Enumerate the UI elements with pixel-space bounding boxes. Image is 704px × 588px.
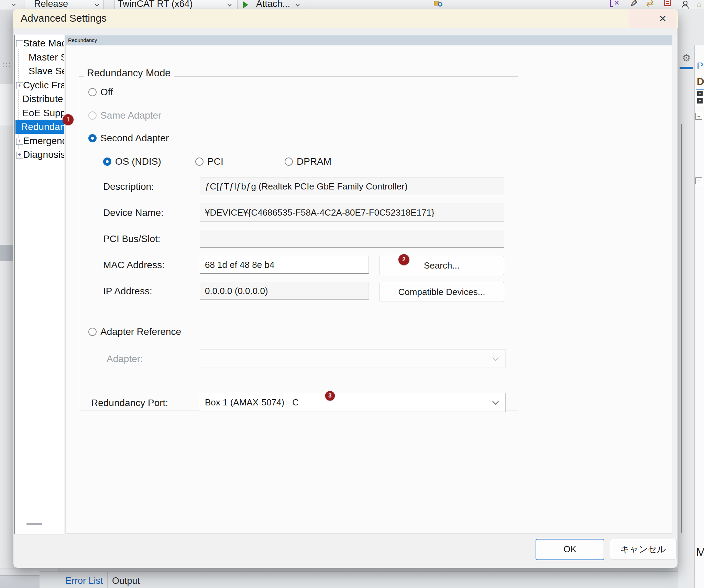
- annotation-badge-2: 2: [398, 254, 409, 265]
- bottom-dock-area: Error List Output: [0, 568, 678, 588]
- left-dock-strip: [0, 10, 13, 588]
- device-name-label: Device Name:: [103, 207, 164, 218]
- mac-address-label: MAC Address:: [103, 260, 165, 271]
- tab-output[interactable]: Output: [112, 576, 140, 586]
- expand-icon[interactable]: +: [16, 82, 23, 89]
- tree-item-diagnosis[interactable]: + Diagnosis: [15, 148, 64, 162]
- annotation-badge-3: 3: [325, 391, 335, 401]
- mac-address-input[interactable]: [200, 256, 368, 273]
- collapse-icon[interactable]: −: [16, 40, 23, 47]
- radio-off[interactable]: [88, 88, 97, 96]
- chevron-down-icon[interactable]: [492, 398, 498, 404]
- cancel-button[interactable]: キャンセル: [610, 539, 676, 559]
- left-dock-thumb[interactable]: [0, 245, 13, 261]
- radio-os-ndis-label[interactable]: OS (NDIS): [115, 156, 161, 167]
- radio-off-label[interactable]: Off: [100, 87, 113, 98]
- person-icon[interactable]: [681, 1, 688, 9]
- left-dock-band: [0, 126, 13, 245]
- tree-item-state-machine[interactable]: − State Mac: [15, 36, 64, 50]
- runtime-combo-value: TwinCAT RT (x64): [118, 0, 193, 9]
- configuration-combo[interactable]: Release: [24, 0, 104, 10]
- drag-grip-dots[interactable]: [3, 63, 12, 68]
- tree-item-eoe-support[interactable]: EoE Suppo: [15, 106, 64, 120]
- radio-same-adapter: [88, 111, 97, 120]
- adapter-label: Adapter:: [107, 353, 143, 364]
- chevron-down-icon[interactable]: [12, 2, 15, 6]
- compatible-devices-button[interactable]: Compatible Devices...: [379, 282, 504, 302]
- redundancy-port-combo[interactable]: Box 1 (AMAX-5074) - C: [200, 393, 506, 412]
- properties-object-name: D: [697, 76, 704, 87]
- properties-text-fragment: M: [696, 545, 704, 559]
- divider: [0, 571, 678, 571]
- radio-dpram[interactable]: [285, 157, 293, 166]
- home-icon[interactable]: ⌂: [696, 0, 702, 9]
- description-input[interactable]: [200, 178, 504, 195]
- ip-address-input[interactable]: [200, 282, 368, 300]
- tree-item-emergency[interactable]: + Emergenc: [15, 134, 64, 148]
- dialog-titlebar[interactable]: [13, 9, 678, 28]
- description-field[interactable]: [200, 177, 504, 195]
- radio-pci-label[interactable]: PCI: [207, 156, 223, 167]
- active-tool-accent-bar: [680, 67, 693, 69]
- close-button-hover-tint: [629, 9, 676, 28]
- redundancy-port-label: Redundancy Port:: [91, 398, 168, 409]
- categorize-icon[interactable]: +: [697, 91, 703, 96]
- radio-second-adapter[interactable]: [88, 134, 97, 142]
- stop-debug-x-icon[interactable]: ✕: [614, 0, 620, 7]
- alphabetical-icon[interactable]: +: [697, 98, 703, 104]
- swap-arrows-icon[interactable]: ⇄: [646, 0, 654, 9]
- properties-panel-sliver: Pr D + + − − M: [694, 45, 704, 588]
- runtime-combo[interactable]: TwinCAT RT (x64): [114, 0, 238, 10]
- device-name-field[interactable]: [200, 204, 504, 221]
- redundancy-tabstrip: Redundancy: [65, 35, 672, 45]
- tab-error-list[interactable]: Error List: [65, 576, 103, 586]
- radio-adapter-reference-label[interactable]: Adapter Reference: [100, 326, 181, 337]
- stop-debug-bracket-icon[interactable]: [610, 0, 613, 7]
- ok-button[interactable]: OK: [536, 539, 604, 560]
- attach-button[interactable]: Attach...: [256, 0, 290, 9]
- tree-item-master-settings[interactable]: Master S: [15, 51, 64, 64]
- collapse-category-icon[interactable]: −: [695, 113, 702, 120]
- radio-same-adapter-label: Same Adapter: [100, 110, 161, 121]
- expand-icon[interactable]: +: [16, 152, 23, 159]
- expand-icon[interactable]: +: [16, 138, 23, 145]
- search-button[interactable]: Search...: [379, 256, 504, 275]
- adapter-combo: [200, 349, 506, 368]
- pci-bus-slot-field[interactable]: [200, 230, 504, 248]
- pen-icon[interactable]: ✎: [628, 0, 639, 7]
- red-panel-icon[interactable]: [664, 0, 671, 6]
- close-icon[interactable]: ✕: [659, 13, 667, 24]
- pci-bus-slot-label: PCI Bus/Slot:: [103, 233, 161, 244]
- attach-play-icon[interactable]: [243, 1, 248, 9]
- redundancy-mode-group-label: Redundancy Mode: [84, 67, 174, 79]
- mac-address-field[interactable]: [200, 256, 369, 274]
- dock-divider: [681, 124, 682, 533]
- properties-toolbar-fragment: + +: [696, 89, 704, 105]
- tree-item-distributed-clocks[interactable]: Distribute: [15, 92, 64, 106]
- configuration-combo-value: Release: [34, 0, 68, 9]
- collapse-category-icon[interactable]: −: [695, 177, 702, 184]
- tree-item-slave-settings[interactable]: Slave Set: [15, 64, 64, 78]
- radio-dpram-label[interactable]: DPRAM: [297, 156, 331, 167]
- gear-icon[interactable]: ⚙: [682, 52, 691, 64]
- description-label: Description:: [103, 181, 154, 192]
- radio-second-adapter-label[interactable]: Second Adapter: [100, 133, 169, 144]
- settings-tree: − State Mac Master S Slave Set + Cyclic …: [14, 35, 64, 534]
- device-name-input[interactable]: [200, 204, 504, 221]
- left-dock-band: [0, 84, 13, 126]
- annotation-badge-1: 1: [63, 114, 74, 125]
- radio-adapter-reference[interactable]: [88, 328, 97, 336]
- left-dock-band: [0, 10, 13, 84]
- tree-scroll-thumb[interactable]: [26, 523, 42, 525]
- properties-panel-title: Pr: [697, 61, 704, 72]
- pci-bus-slot-input[interactable]: [200, 230, 504, 247]
- tree-item-cyclic-frames[interactable]: + Cyclic Fram: [15, 78, 64, 92]
- radio-os-ndis[interactable]: [103, 157, 111, 166]
- tree-item-redundancy[interactable]: Redundan: [15, 120, 64, 134]
- chevron-down-icon[interactable]: [296, 2, 299, 6]
- dialog-title: Advanced Settings: [21, 12, 107, 24]
- tab-redundancy[interactable]: Redundancy: [68, 37, 97, 43]
- radio-pci[interactable]: [195, 157, 204, 166]
- ip-address-field[interactable]: [200, 282, 369, 300]
- search-magnifier-icon[interactable]: [438, 2, 442, 7]
